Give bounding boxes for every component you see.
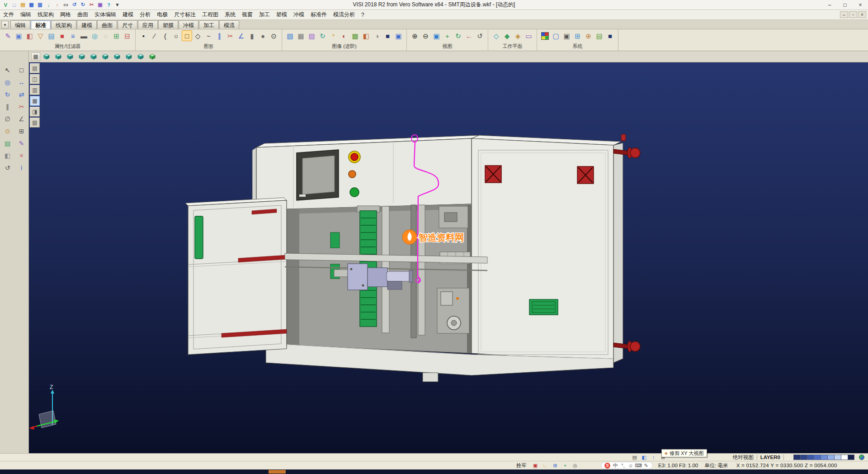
menu-item[interactable]: 加工 [256,10,273,19]
trim-tool-icon[interactable]: ✂ [16,101,27,112]
view-front-button[interactable] [53,52,64,61]
menu-item[interactable]: 实体编辑 [91,10,119,19]
view-fit-icon[interactable]: ▣ [431,30,442,41]
wcs-toggle-icon[interactable]: + [561,462,569,469]
new-file-button[interactable]: □ [10,1,18,9]
ribbon-tab[interactable]: 尺寸 [118,20,137,29]
clipboard-view-icon[interactable]: ▤ [30,63,40,73]
red-latch[interactable] [621,134,626,141]
attr-linestyle-icon[interactable]: ≡ [68,30,78,41]
delete-tool-icon[interactable]: × [16,150,27,161]
view-axon-button[interactable] [41,52,52,61]
sogou-logo[interactable]: S [604,463,610,469]
geom-line-icon[interactable]: ∕ [149,30,160,41]
door-handle[interactable] [195,216,203,259]
ortho-toggle-icon[interactable]: ∟ [541,462,549,469]
geom-chamfer-icon[interactable]: ∠ [236,30,246,41]
windows-taskbar[interactable] [0,469,868,474]
render-dynamic-icon[interactable]: ↻ [317,30,328,41]
system-monitor-icon[interactable]: ▢ [551,30,561,41]
view-list-button[interactable]: ▦ [31,52,40,61]
attr-linewidth-icon[interactable]: ▬ [79,30,89,41]
attr-layers-icon[interactable]: ▤ [46,30,57,41]
geom-cylinder-icon[interactable]: ▮ [247,30,257,41]
geom-rect-icon[interactable]: □ [182,30,192,41]
geom-circle-icon[interactable]: ○ [171,30,181,41]
geom-arc-icon[interactable]: ( [160,30,170,41]
layer-color-swatch[interactable] [821,455,827,460]
ribbon-tab[interactable]: 塑膜 [158,20,178,29]
ime-tools-icon[interactable]: ✎ [643,462,649,469]
info-tool-icon[interactable]: i [16,162,27,173]
system-render-icon[interactable]: ■ [605,30,615,41]
clipboard-grid-icon[interactable]: ▦ [30,96,40,106]
view-rotate-icon[interactable]: ↻ [453,30,463,41]
view-top-button[interactable] [100,52,111,61]
layer-color-swatch[interactable] [827,455,834,460]
ime-lang-icon[interactable]: 中 [612,462,618,469]
attr-filter-icon[interactable]: ▽ [35,30,46,41]
view-lock-icon[interactable]: ◧ [640,454,648,460]
print-button[interactable]: ▭ [62,1,70,9]
menu-item[interactable]: 模流分析 [330,10,358,19]
attr-hide-icon[interactable]: ◌ [100,30,111,41]
clipboard-split-icon[interactable]: ◨ [30,107,40,117]
mirror-tool-icon[interactable]: ⇄ [16,89,27,100]
view-pan-icon[interactable]: + [442,30,453,41]
geom-center-icon[interactable]: ⊙ [269,30,279,41]
paste-button[interactable]: ▣ [96,1,104,9]
render-texture-icon[interactable]: ▩ [350,30,360,41]
system-grid-icon[interactable]: ⊞ [572,30,583,41]
layer-color-swatch[interactable] [834,455,841,460]
mask-tool-icon[interactable]: ◧ [2,150,13,161]
layer-color-swatch[interactable] [793,455,800,460]
geom-polygon-icon[interactable]: ◇ [193,30,203,41]
ribbon-tab[interactable]: 建模 [77,20,97,29]
system-settings-icon[interactable]: ⊕ [583,30,594,41]
mdi-close-button[interactable]: × [858,11,866,18]
attr-group-icon[interactable]: ⊞ [111,30,122,41]
estop-button[interactable] [351,153,358,161]
system-capture-icon[interactable]: ▣ [561,30,572,41]
view-previous-icon[interactable]: ← [464,30,474,41]
attr-color-icon[interactable]: ■ [57,30,67,41]
view-back-button[interactable] [65,52,75,61]
render-hidden-icon[interactable]: ▨ [307,30,317,41]
attr-show-icon[interactable]: ◎ [90,30,100,41]
track-toggle-icon[interactable]: ◎ [571,462,579,469]
view-list-icon[interactable]: ▤ [631,454,639,460]
render-shadow-icon[interactable]: ◑ [372,30,382,41]
ribbon-tab[interactable]: 编辑 [10,20,30,29]
render-light-icon[interactable]: * [328,30,339,41]
taskbar-app-sliver[interactable] [269,470,286,474]
qat-dropdown-button[interactable]: ▾ [113,1,121,9]
red-bracket-left[interactable] [485,166,501,183]
grid-tool-icon[interactable]: ⊞ [16,126,27,137]
attr-ungroup-icon[interactable]: ⊟ [122,30,132,41]
menu-item[interactable]: 电极 [154,10,171,19]
geom-offset-icon[interactable]: ∥ [214,30,225,41]
import-button[interactable]: ↓ [45,1,52,9]
tab-overflow-button[interactable]: ▾ [1,21,9,28]
redo-button[interactable]: ↻ [79,1,87,9]
rotate-tool-icon[interactable]: ↻ [2,89,13,100]
view-left-button[interactable] [76,52,87,61]
clipboard-copy-icon[interactable]: ◫ [30,74,40,84]
ribbon-tab[interactable]: 冲模 [179,20,198,29]
export-button[interactable]: ↑ [53,1,61,9]
ribbon-tab[interactable]: 加工 [199,20,219,29]
layer-color-swatch[interactable] [814,455,821,460]
workplane-3point-icon[interactable]: ◈ [513,30,523,41]
maximize-button[interactable]: □ [837,0,853,10]
workplane-xy-icon[interactable]: ◇ [491,30,501,41]
workplane-view-icon[interactable]: ▭ [524,30,534,41]
save-button[interactable]: ▦ [28,1,35,9]
menu-item[interactable]: 建模 [119,10,137,19]
ribbon-tab[interactable]: 模流 [219,20,239,29]
menu-item[interactable]: 文件 [0,10,17,19]
mdi-restore-button[interactable]: ▫ [849,11,857,18]
zoom-tool-icon[interactable]: ◎ [2,77,13,88]
machine-right-panel[interactable] [472,134,626,363]
ime-punct-icon[interactable]: °, [620,462,626,469]
render-section-icon[interactable]: ◧ [361,30,371,41]
